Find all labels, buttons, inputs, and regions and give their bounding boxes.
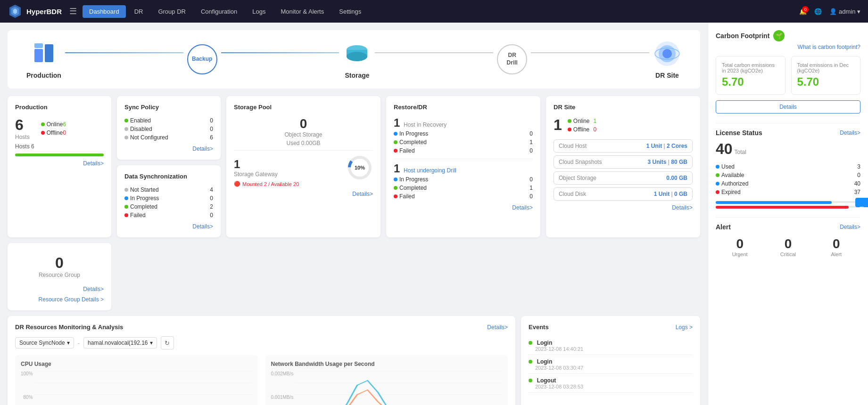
source-select[interactable]: Source SyncNode ▾ <box>15 337 74 348</box>
alert-details-link[interactable]: Details> <box>840 224 860 230</box>
license-total-label: Total <box>735 149 746 155</box>
side-float-button[interactable]: 在线客服 <box>855 198 868 207</box>
monitoring-details-link[interactable]: Details> <box>487 324 508 331</box>
dr-site-online-count: 1 <box>554 116 562 134</box>
license-title: License Status <box>716 129 762 137</box>
mounted-warning: 🔴 Mounted 2 / Available 20 <box>234 181 373 187</box>
data-sync-details-link[interactable]: Details> <box>124 223 213 230</box>
ds-completed-row: Completed 2 <box>124 202 213 211</box>
storage-used: Used 0.00GB <box>234 140 373 146</box>
dr-site-icon <box>653 40 681 68</box>
production-stat: 6 Hosts <box>15 116 30 140</box>
nav-logs[interactable]: Logs <box>246 5 272 18</box>
dr-site-details-link[interactable]: Details> <box>554 204 693 211</box>
backup-circle: Backup <box>187 44 217 74</box>
nav-dr[interactable]: DR <box>128 5 150 18</box>
drill-in-progress: In Progress 0 <box>394 175 533 184</box>
resource-group-card: 0 Resource Group Details> Resource Group… <box>8 243 111 310</box>
pipeline-dr-drill: DRDrill <box>497 44 527 74</box>
drill-completed: Completed 1 <box>394 184 533 192</box>
nav-settings[interactable]: Settings <box>332 5 368 18</box>
license-section: License Status Details> 40 Total Used 3 … <box>716 129 860 208</box>
events-logs-link[interactable]: Logs > <box>676 324 693 331</box>
ds-in-progress-dot: In Progress <box>124 195 159 202</box>
sync-col: Sync Policy Enabled 0 Disabled 0 Not Con… <box>117 96 221 237</box>
drill-section: 1 Host undergoing Drill In Progress 0 Co… <box>394 162 533 201</box>
right-panel: Carbon Footprint 🌱 What is carbon footpr… <box>708 23 868 405</box>
menu-icon[interactable]: ☰ <box>69 6 77 16</box>
nav-configuration[interactable]: Configuration <box>194 5 244 18</box>
offline-dot: Offline <box>41 130 63 136</box>
carbon-title: Carbon Footprint 🌱 <box>716 30 860 41</box>
dr-site-status: Online 1 Offline 0 <box>568 116 596 134</box>
rec-progress-dot <box>394 132 397 136</box>
event-time-3: 2023-12-08 03:28:53 <box>535 384 693 389</box>
carbon-footprint-section: Carbon Footprint 🌱 What is carbon footpr… <box>716 30 860 113</box>
gateway-label: Storage Gateway <box>234 171 278 178</box>
refresh-button[interactable]: ↻ <box>161 336 174 349</box>
nav-dashboard[interactable]: Dashboard <box>83 5 126 18</box>
urgent-label: Urgent <box>716 251 764 257</box>
monitoring-header: DR Resources Monitoring & Analysis Detai… <box>15 324 508 331</box>
license-expired-row: Expired 37 <box>716 189 860 195</box>
drill-label: Host undergoing Drill <box>404 167 456 174</box>
production-icon <box>30 40 58 68</box>
event-text-3: Logout <box>537 377 556 384</box>
pipeline-line-2 <box>221 52 339 53</box>
cpu-chart-inner: 100% 80% <box>21 371 252 405</box>
production-card: Production 6 Hosts Online 6 Offline 0 <box>8 96 111 237</box>
host-select[interactable]: hamal.novalocal(192.16 ▾ <box>83 337 157 348</box>
online-dot: Online <box>41 121 63 128</box>
storage-pool-details-link[interactable]: Details> <box>234 191 373 197</box>
rg-details-link2[interactable]: Resource Group Details > <box>15 296 104 303</box>
pipeline-line-1 <box>65 52 183 53</box>
bottom-row: DR Resources Monitoring & Analysis Detai… <box>8 316 700 405</box>
gateway-stat: 1 Storage Gateway <box>234 158 278 178</box>
nav-group-dr[interactable]: Group DR <box>151 5 192 18</box>
svg-rect-4 <box>45 44 53 62</box>
object-storage-count: 0 <box>234 116 373 131</box>
notification-bell[interactable]: 🔔 0 <box>799 8 807 15</box>
event-time-2: 2023-12-08 03:30:47 <box>535 365 693 371</box>
restore-dr-details-link[interactable]: Details> <box>394 204 533 211</box>
license-available-val: 0 <box>857 172 860 178</box>
ds-failed-val: 0 <box>210 212 213 219</box>
license-authorized-row: Authorized 40 <box>716 180 860 187</box>
carbon-what-is-link[interactable]: What is carbon footprint? <box>798 44 860 50</box>
rg-label: Resource Group <box>15 272 104 278</box>
event-dot-1 <box>529 341 532 345</box>
license-bar-red <box>716 206 849 209</box>
urgent-value: 0 <box>716 236 764 251</box>
license-details-link[interactable]: Details> <box>840 130 860 136</box>
center-area: Production Backup Storage <box>0 23 708 405</box>
license-total-value: 40 <box>716 140 733 158</box>
rg-details-link[interactable]: Details> <box>15 286 104 292</box>
object-storage-badge: Object Storage 0.00 GB <box>554 171 693 185</box>
alert-header: Alert Details> <box>716 223 860 231</box>
license-expired-val: 37 <box>854 189 860 195</box>
drill-stat: 1 Host undergoing Drill <box>394 162 533 175</box>
alert-label: Alert <box>812 251 860 257</box>
notification-badge: 0 <box>802 6 809 13</box>
admin-label[interactable]: 👤 admin ▾ <box>829 8 860 15</box>
cloud-host-badge: Cloud Host 1 Unit | 2 Cores <box>554 139 693 153</box>
drill-count: 1 <box>394 162 400 175</box>
storage-pool-card: Storage Pool 0 Object Storage Used 0.00G… <box>226 96 380 237</box>
license-authorized-val: 40 <box>854 180 860 187</box>
event-dot-3 <box>529 379 532 382</box>
cpu-y-labels: 100% 80% <box>21 371 33 405</box>
network-title: Network Bandwidth Usage per Second <box>271 361 503 367</box>
sync-policy-details-link[interactable]: Details> <box>124 146 213 152</box>
monitor-filters: Source SyncNode ▾ - hamal.novalocal(192.… <box>15 336 508 349</box>
carbon-details-btn[interactable]: Details <box>716 100 860 113</box>
event-item-3: Logout 2023-12-08 03:28:53 <box>529 374 693 393</box>
disabled-dot-wrap: Disabled <box>124 126 152 132</box>
dr-offline-val: 0 <box>593 126 596 133</box>
online-value: 6 <box>63 121 66 128</box>
network-chart-inner: 0.002MB/s 0.001MB/s <box>271 371 503 405</box>
nav-monitor-alerts[interactable]: Monitor & Alerts <box>274 5 331 18</box>
production-details-link[interactable]: Details> <box>15 160 104 167</box>
warn-icon: 🔴 <box>234 181 240 187</box>
nav-translate-icon[interactable]: 🌐 <box>814 8 822 15</box>
rec-in-progress: In Progress 0 <box>394 130 533 138</box>
